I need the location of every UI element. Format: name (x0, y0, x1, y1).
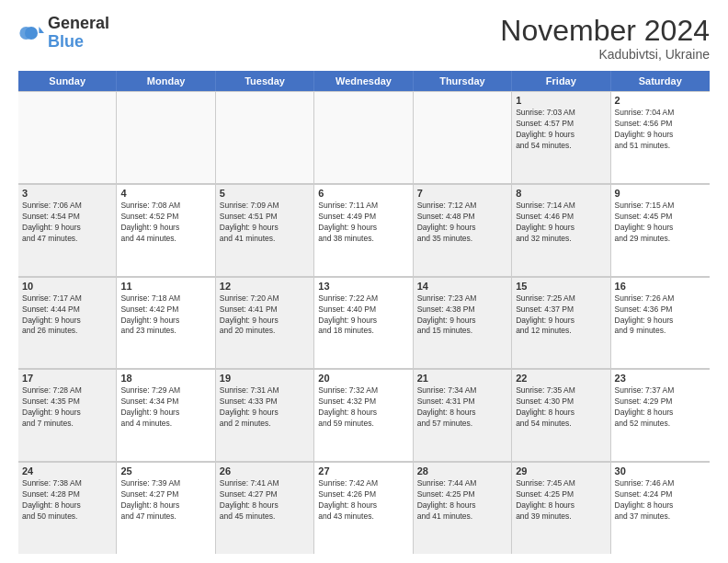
calendar-cell-r4-c4: 28Sunrise: 7:44 AMSunset: 4:25 PMDayligh… (414, 463, 512, 554)
logo-blue: Blue (48, 32, 84, 51)
day-info: Sunrise: 7:23 AMSunset: 4:38 PMDaylight:… (417, 293, 507, 338)
day-info: Sunrise: 7:38 AMSunset: 4:28 PMDaylight:… (22, 478, 112, 523)
day-number: 24 (22, 465, 112, 477)
calendar-row-1: 3Sunrise: 7:06 AMSunset: 4:54 PMDaylight… (18, 184, 710, 277)
calendar-cell-r2-c3: 13Sunrise: 7:22 AMSunset: 4:40 PMDayligh… (314, 278, 413, 369)
day-info: Sunrise: 7:42 AMSunset: 4:26 PMDaylight:… (318, 478, 408, 523)
calendar-cell-r3-c1: 18Sunrise: 7:29 AMSunset: 4:34 PMDayligh… (117, 370, 215, 461)
calendar-cell-r4-c0: 24Sunrise: 7:38 AMSunset: 4:28 PMDayligh… (18, 463, 117, 554)
day-number: 25 (120, 465, 210, 477)
day-number: 5 (220, 188, 310, 199)
day-number: 20 (318, 373, 408, 384)
day-number: 1 (516, 95, 606, 106)
calendar-cell-r0-c5: 1Sunrise: 7:03 AMSunset: 4:57 PMDaylight… (512, 92, 610, 183)
calendar-cell-r3-c4: 21Sunrise: 7:34 AMSunset: 4:31 PMDayligh… (414, 370, 512, 461)
day-number: 3 (22, 188, 112, 199)
day-number: 23 (615, 373, 706, 384)
day-info: Sunrise: 7:09 AMSunset: 4:51 PMDaylight:… (220, 201, 310, 245)
header-tuesday: Tuesday (216, 71, 314, 91)
day-info: Sunrise: 7:44 AMSunset: 4:25 PMDaylight:… (417, 478, 507, 523)
day-info: Sunrise: 7:12 AMSunset: 4:48 PMDaylight:… (417, 201, 507, 245)
calendar-cell-r1-c3: 6Sunrise: 7:11 AMSunset: 4:49 PMDaylight… (314, 185, 413, 276)
calendar-cell-r1-c4: 7Sunrise: 7:12 AMSunset: 4:48 PMDaylight… (414, 185, 512, 276)
title-block: November 2024 Kadubivtsi, Ukraine (500, 15, 710, 62)
location: Kadubivtsi, Ukraine (500, 47, 710, 62)
logo-text: GeneralBlue (48, 15, 109, 52)
calendar-body: 1Sunrise: 7:03 AMSunset: 4:57 PMDaylight… (18, 91, 710, 554)
day-number: 21 (417, 373, 507, 384)
day-number: 17 (22, 373, 112, 384)
calendar-cell-r4-c5: 29Sunrise: 7:45 AMSunset: 4:25 PMDayligh… (512, 463, 610, 554)
calendar-cell-r0-c4 (414, 92, 512, 183)
day-number: 19 (220, 373, 310, 384)
day-info: Sunrise: 7:39 AMSunset: 4:27 PMDaylight:… (120, 478, 210, 523)
page: GeneralBlue November 2024 Kadubivtsi, Uk… (0, 0, 728, 563)
day-info: Sunrise: 7:22 AMSunset: 4:40 PMDaylight:… (318, 293, 408, 338)
day-number: 18 (120, 373, 210, 384)
day-number: 12 (220, 281, 310, 292)
calendar-cell-r4-c1: 25Sunrise: 7:39 AMSunset: 4:27 PMDayligh… (117, 463, 215, 554)
header-wednesday: Wednesday (314, 71, 413, 91)
calendar-cell-r3-c2: 19Sunrise: 7:31 AMSunset: 4:33 PMDayligh… (216, 370, 314, 461)
calendar-cell-r0-c1 (117, 92, 215, 183)
day-info: Sunrise: 7:46 AMSunset: 4:24 PMDaylight:… (615, 478, 706, 523)
day-number: 30 (615, 465, 706, 477)
day-number: 16 (615, 281, 706, 292)
day-info: Sunrise: 7:03 AMSunset: 4:57 PMDaylight:… (516, 108, 606, 152)
calendar-cell-r3-c6: 23Sunrise: 7:37 AMSunset: 4:29 PMDayligh… (611, 370, 710, 461)
day-info: Sunrise: 7:26 AMSunset: 4:36 PMDaylight:… (615, 293, 706, 338)
calendar-cell-r0-c2 (216, 92, 314, 183)
calendar-cell-r1-c6: 9Sunrise: 7:15 AMSunset: 4:45 PMDaylight… (611, 185, 710, 276)
header: GeneralBlue November 2024 Kadubivtsi, Uk… (18, 15, 710, 62)
day-number: 9 (615, 188, 706, 199)
day-number: 4 (120, 188, 210, 199)
day-info: Sunrise: 7:32 AMSunset: 4:32 PMDaylight:… (318, 385, 408, 430)
day-number: 22 (516, 373, 606, 384)
day-number: 27 (318, 465, 408, 477)
calendar-cell-r1-c1: 4Sunrise: 7:08 AMSunset: 4:52 PMDaylight… (117, 185, 215, 276)
logo: GeneralBlue (18, 15, 109, 52)
month-title: November 2024 (500, 15, 710, 47)
day-number: 13 (318, 281, 408, 292)
calendar-row-0: 1Sunrise: 7:03 AMSunset: 4:57 PMDaylight… (18, 91, 710, 184)
calendar-cell-r0-c6: 2Sunrise: 7:04 AMSunset: 4:56 PMDaylight… (611, 92, 710, 183)
day-info: Sunrise: 7:45 AMSunset: 4:25 PMDaylight:… (516, 478, 606, 523)
calendar-header: Sunday Monday Tuesday Wednesday Thursday… (18, 71, 710, 91)
day-info: Sunrise: 7:28 AMSunset: 4:35 PMDaylight:… (22, 385, 112, 430)
day-info: Sunrise: 7:20 AMSunset: 4:41 PMDaylight:… (220, 293, 310, 338)
calendar-cell-r2-c0: 10Sunrise: 7:17 AMSunset: 4:44 PMDayligh… (18, 278, 117, 369)
calendar-cell-r0-c3 (314, 92, 413, 183)
day-number: 14 (417, 281, 507, 292)
calendar-cell-r4-c3: 27Sunrise: 7:42 AMSunset: 4:26 PMDayligh… (314, 463, 413, 554)
calendar-row-4: 24Sunrise: 7:38 AMSunset: 4:28 PMDayligh… (18, 462, 710, 554)
day-info: Sunrise: 7:25 AMSunset: 4:37 PMDaylight:… (516, 293, 606, 338)
calendar: Sunday Monday Tuesday Wednesday Thursday… (18, 71, 710, 554)
day-number: 2 (615, 95, 706, 106)
calendar-cell-r4-c6: 30Sunrise: 7:46 AMSunset: 4:24 PMDayligh… (611, 463, 710, 554)
calendar-cell-r2-c1: 11Sunrise: 7:18 AMSunset: 4:42 PMDayligh… (117, 278, 215, 369)
calendar-cell-r3-c3: 20Sunrise: 7:32 AMSunset: 4:32 PMDayligh… (314, 370, 413, 461)
calendar-cell-r2-c6: 16Sunrise: 7:26 AMSunset: 4:36 PMDayligh… (611, 278, 710, 369)
calendar-row-3: 17Sunrise: 7:28 AMSunset: 4:35 PMDayligh… (18, 369, 710, 462)
day-info: Sunrise: 7:08 AMSunset: 4:52 PMDaylight:… (120, 201, 210, 245)
calendar-cell-r3-c0: 17Sunrise: 7:28 AMSunset: 4:35 PMDayligh… (18, 370, 117, 461)
calendar-cell-r4-c2: 26Sunrise: 7:41 AMSunset: 4:27 PMDayligh… (216, 463, 314, 554)
day-info: Sunrise: 7:14 AMSunset: 4:46 PMDaylight:… (516, 201, 606, 245)
header-thursday: Thursday (414, 71, 512, 91)
calendar-cell-r1-c0: 3Sunrise: 7:06 AMSunset: 4:54 PMDaylight… (18, 185, 117, 276)
calendar-cell-r1-c5: 8Sunrise: 7:14 AMSunset: 4:46 PMDaylight… (512, 185, 610, 276)
logo-icon (18, 20, 44, 46)
calendar-row-2: 10Sunrise: 7:17 AMSunset: 4:44 PMDayligh… (18, 277, 710, 370)
day-info: Sunrise: 7:31 AMSunset: 4:33 PMDaylight:… (220, 385, 310, 430)
header-sunday: Sunday (18, 71, 117, 91)
day-number: 11 (120, 281, 210, 292)
calendar-cell-r2-c5: 15Sunrise: 7:25 AMSunset: 4:37 PMDayligh… (512, 278, 610, 369)
day-info: Sunrise: 7:06 AMSunset: 4:54 PMDaylight:… (22, 201, 112, 245)
day-info: Sunrise: 7:29 AMSunset: 4:34 PMDaylight:… (120, 385, 210, 430)
day-info: Sunrise: 7:18 AMSunset: 4:42 PMDaylight:… (120, 293, 210, 338)
calendar-cell-r2-c4: 14Sunrise: 7:23 AMSunset: 4:38 PMDayligh… (414, 278, 512, 369)
svg-point-1 (25, 27, 38, 40)
day-info: Sunrise: 7:35 AMSunset: 4:30 PMDaylight:… (516, 385, 606, 430)
day-info: Sunrise: 7:04 AMSunset: 4:56 PMDaylight:… (615, 108, 706, 152)
calendar-cell-r2-c2: 12Sunrise: 7:20 AMSunset: 4:41 PMDayligh… (216, 278, 314, 369)
